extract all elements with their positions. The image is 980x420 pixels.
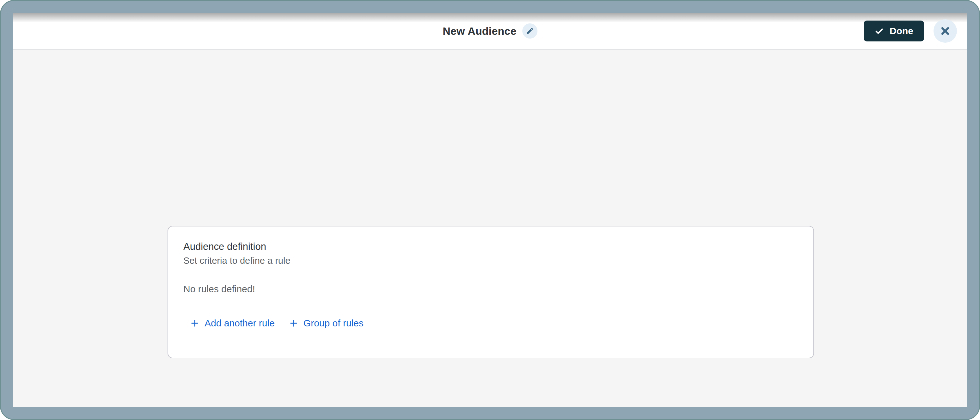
plus-icon (289, 318, 299, 328)
pencil-icon (526, 27, 534, 35)
audience-definition-card: Audience definition Set criteria to defi… (167, 226, 814, 358)
modal-window: New Audience Done (0, 0, 980, 420)
x-icon (940, 25, 951, 37)
add-another-rule-label: Add another rule (205, 318, 275, 329)
done-button[interactable]: Done (864, 21, 924, 41)
group-of-rules-label: Group of rules (304, 318, 364, 329)
title-group: New Audience (442, 24, 538, 38)
close-button[interactable] (934, 19, 957, 43)
card-subtitle: Set criteria to define a rule (183, 256, 798, 266)
add-another-rule-button[interactable]: Add another rule (190, 318, 275, 329)
plus-icon (190, 318, 200, 328)
empty-state-message: No rules defined! (183, 284, 798, 294)
page-title: New Audience (442, 25, 517, 37)
edit-title-button[interactable] (522, 24, 538, 38)
check-icon (874, 26, 884, 36)
card-title: Audience definition (183, 241, 798, 252)
new-audience-modal: New Audience Done (13, 13, 967, 407)
done-button-label: Done (889, 25, 913, 37)
modal-header: New Audience Done (13, 13, 967, 50)
header-actions: Done (864, 19, 957, 43)
card-actions: Add another rule Group of rules (190, 318, 798, 329)
modal-body: Audience definition Set criteria to defi… (13, 50, 967, 407)
group-of-rules-button[interactable]: Group of rules (289, 318, 364, 329)
